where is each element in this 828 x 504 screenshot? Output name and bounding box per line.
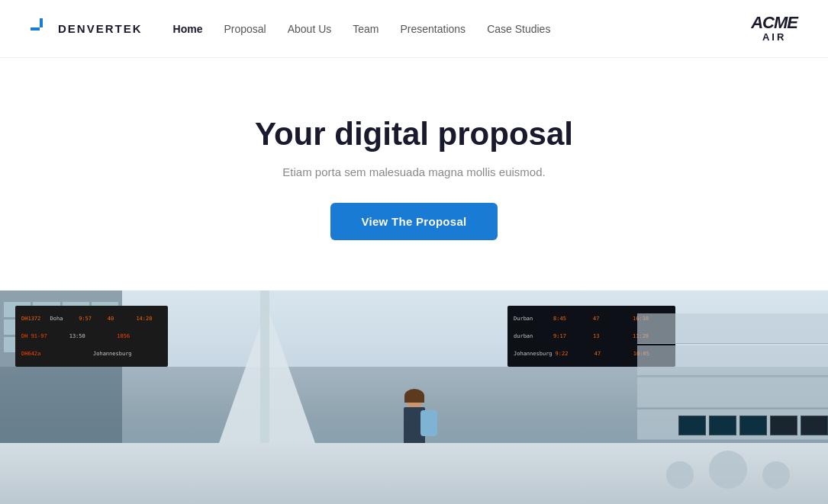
svg-rect-0 bbox=[40, 18, 43, 27]
building-level bbox=[637, 313, 828, 344]
board-cell: 47 bbox=[593, 316, 630, 322]
svg-rect-1 bbox=[31, 27, 40, 30]
hero-section: Your digital proposal Etiam porta sem ma… bbox=[0, 58, 828, 291]
board-cell: 13 bbox=[593, 333, 630, 339]
logo[interactable]: DENVERTEK bbox=[31, 18, 143, 40]
logo-icon bbox=[31, 18, 52, 40]
nav-item-home[interactable]: Home bbox=[173, 22, 203, 36]
nav-link-case-studies[interactable]: Case Studies bbox=[487, 23, 550, 35]
airport-background: DH1372 Doha 9:57 40 14:20 DH 91-97 13:50… bbox=[0, 291, 828, 504]
client-logo: ACME AIR bbox=[751, 14, 797, 43]
monitor bbox=[801, 416, 828, 435]
nav-link-about[interactable]: About Us bbox=[288, 23, 332, 35]
nav-item-proposal[interactable]: Proposal bbox=[224, 22, 266, 36]
monitor bbox=[709, 416, 736, 435]
board-cell: DH1372 bbox=[21, 316, 47, 322]
hero-title: Your digital proposal bbox=[255, 116, 573, 152]
board-cell: 9:57 bbox=[79, 316, 105, 322]
board-row: DH642a Johannesburg bbox=[21, 351, 162, 357]
board-cell: 9:22 bbox=[556, 351, 591, 357]
nav-item-about[interactable]: About Us bbox=[288, 22, 332, 36]
nav-link-proposal[interactable]: Proposal bbox=[224, 23, 266, 35]
board-row: DH1372 Doha 9:57 40 14:20 bbox=[21, 316, 162, 322]
board-cell: Durban bbox=[514, 316, 550, 322]
board-cell: 1056 bbox=[117, 333, 162, 339]
board-cell: Doha bbox=[50, 316, 76, 322]
board-cell: Johannesburg bbox=[93, 351, 162, 357]
nav-item-presentations[interactable]: Presentations bbox=[401, 22, 466, 36]
board-cell: durban bbox=[514, 333, 550, 339]
building-level bbox=[637, 345, 828, 376]
board-cell: 8:45 bbox=[553, 316, 590, 322]
board-cell: 14:20 bbox=[136, 316, 162, 322]
board-cell: 40 bbox=[108, 316, 134, 322]
board-row: DH 91-97 13:50 1056 bbox=[21, 333, 162, 339]
ground-furniture bbox=[666, 451, 790, 489]
traveler-figure bbox=[404, 392, 425, 449]
monitor bbox=[678, 416, 706, 435]
person-backpack bbox=[420, 410, 437, 436]
vertical-pole bbox=[260, 291, 269, 458]
building-level bbox=[637, 377, 828, 408]
nav-links: Home Proposal About Us Team Presentation… bbox=[173, 22, 551, 36]
airport-section: DH1372 Doha 9:57 40 14:20 DH 91-97 13:50… bbox=[0, 291, 828, 504]
nav-link-team[interactable]: Team bbox=[353, 23, 379, 35]
round-table bbox=[666, 461, 694, 489]
cta-button[interactable]: View The Proposal bbox=[330, 203, 497, 240]
board-cell: DH642a bbox=[21, 351, 90, 357]
board-cell: Johannesburg bbox=[514, 351, 553, 357]
round-table bbox=[709, 451, 747, 489]
person-hair bbox=[404, 389, 424, 403]
board-cell: 13:50 bbox=[69, 333, 114, 339]
board-cell: 47 bbox=[594, 351, 630, 357]
person-head bbox=[406, 392, 423, 409]
logo-text: DENVERTEK bbox=[58, 22, 143, 35]
navbar-left: DENVERTEK Home Proposal About Us Team Pr… bbox=[31, 18, 550, 40]
monitor bbox=[739, 416, 767, 435]
round-table bbox=[762, 461, 790, 489]
hero-subtitle: Etiam porta sem malesuada magna mollis e… bbox=[282, 165, 545, 178]
nav-link-presentations[interactable]: Presentations bbox=[401, 23, 466, 35]
navbar: DENVERTEK Home Proposal About Us Team Pr… bbox=[0, 0, 828, 58]
board-cell: DH 91-97 bbox=[21, 333, 66, 339]
client-sub: AIR bbox=[751, 32, 797, 43]
board-cell: 9:17 bbox=[553, 333, 590, 339]
nav-item-team[interactable]: Team bbox=[353, 22, 379, 36]
monitor-row bbox=[678, 416, 828, 435]
nav-link-home[interactable]: Home bbox=[173, 23, 203, 35]
departure-board-left: DH1372 Doha 9:57 40 14:20 DH 91-97 13:50… bbox=[15, 306, 168, 367]
nav-item-case-studies[interactable]: Case Studies bbox=[487, 22, 550, 36]
client-name: ACME bbox=[751, 14, 797, 32]
monitor bbox=[770, 416, 797, 435]
